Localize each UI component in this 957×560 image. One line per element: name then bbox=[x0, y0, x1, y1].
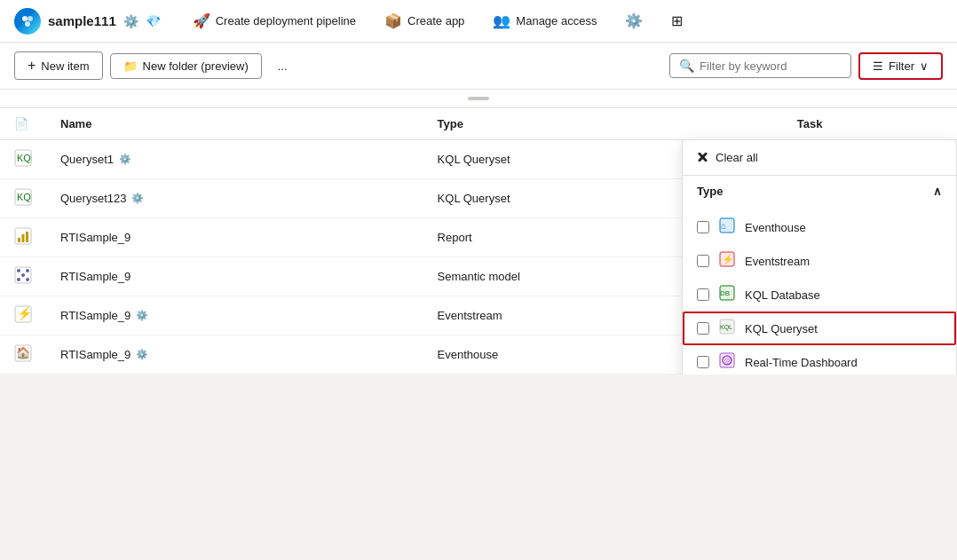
svg-text:◎: ◎ bbox=[724, 356, 732, 365]
toolbar: + New item 📁 New folder (preview) ... 🔍 … bbox=[0, 43, 957, 90]
filter-item-label-kql_queryset: KQL Queryset bbox=[745, 322, 818, 335]
svg-point-2 bbox=[25, 21, 30, 27]
plus-icon: + bbox=[28, 58, 36, 74]
workspace-name: sample111 bbox=[48, 13, 116, 28]
svg-point-14 bbox=[17, 278, 20, 281]
manage-access-button[interactable]: 👥 Manage access bbox=[482, 7, 607, 35]
filter-checkbox-kql_queryset[interactable] bbox=[697, 322, 709, 335]
svg-text:⌂: ⌂ bbox=[721, 221, 726, 231]
item-badge: ⚙️ bbox=[136, 310, 148, 321]
filter-checkbox-kql_database[interactable] bbox=[697, 288, 709, 301]
item-badge: ⚙️ bbox=[131, 193, 144, 204]
filter-item-icon-kql_database: DB bbox=[718, 285, 736, 304]
svg-text:KQL: KQL bbox=[720, 324, 732, 331]
top-nav: sample111 ⚙️ 💎 🚀 Create deployment pipel… bbox=[0, 0, 957, 43]
table-divider bbox=[0, 90, 957, 108]
filter-icon: ☰ bbox=[873, 59, 883, 73]
chevron-up-icon: ∧ bbox=[933, 185, 942, 198]
item-name-text: RTISample_9 bbox=[60, 309, 130, 322]
svg-rect-8 bbox=[18, 238, 20, 242]
svg-rect-10 bbox=[26, 232, 28, 242]
svg-point-12 bbox=[17, 269, 20, 272]
new-item-button[interactable]: + New item bbox=[14, 51, 103, 80]
item-name-text: Queryset1 bbox=[60, 153, 114, 166]
item-badge: ⚙️ bbox=[119, 154, 131, 165]
search-input[interactable] bbox=[700, 59, 842, 73]
main-content: 📄 Name Type Task KQL Queryset1 ⚙️ KQL Qu… bbox=[0, 90, 957, 375]
item-badge: ⚙️ bbox=[136, 349, 148, 360]
filter-type-items: ⌂ Eventhouse ⚡ Eventstream DB KQL Databa… bbox=[683, 207, 956, 375]
type-section-header[interactable]: Type ∧ bbox=[683, 176, 956, 207]
col-task: Task bbox=[783, 108, 957, 140]
col-icon: 📄 bbox=[0, 108, 46, 140]
col-type: Type bbox=[423, 108, 783, 140]
brand-icon bbox=[14, 8, 41, 35]
row-icon: KQL bbox=[0, 140, 46, 179]
svg-point-13 bbox=[26, 269, 29, 272]
svg-point-0 bbox=[22, 16, 28, 21]
row-icon: ⚡ bbox=[0, 296, 46, 335]
clear-all-label: Clear all bbox=[716, 151, 758, 164]
brand: sample111 ⚙️ 💎 bbox=[14, 8, 161, 35]
filter-item-icon-realtime_dashboard: ◎ bbox=[718, 352, 736, 372]
search-bar: 🔍 bbox=[669, 53, 851, 78]
gear-icon: ⚙️ bbox=[625, 12, 643, 29]
filter-checkbox-eventhouse[interactable] bbox=[697, 221, 709, 233]
filter-item-icon-eventstream: ⚡ bbox=[718, 251, 736, 271]
clear-all-button[interactable]: 🗙 Clear all bbox=[683, 140, 956, 176]
create-app-label: Create app bbox=[407, 14, 464, 28]
svg-point-16 bbox=[21, 273, 25, 277]
filter-item-kql_database[interactable]: DB KQL Database bbox=[683, 278, 956, 312]
new-folder-button[interactable]: 📁 New folder (preview) bbox=[110, 53, 262, 79]
windows-icon: ⊞ bbox=[671, 12, 683, 29]
filter-item-label-eventstream: Eventstream bbox=[745, 255, 810, 268]
filter-item-label-eventhouse: Eventhouse bbox=[745, 221, 806, 234]
col-name: Name bbox=[46, 108, 423, 140]
item-name-text: Queryset123 bbox=[60, 192, 126, 205]
more-button[interactable]: ... bbox=[269, 54, 297, 78]
item-name-text: RTISample_9 bbox=[60, 270, 130, 283]
svg-text:KQL: KQL bbox=[17, 192, 32, 202]
filter-checkbox-eventstream[interactable] bbox=[697, 255, 709, 267]
filter-item-kql_queryset[interactable]: KQL KQL Queryset bbox=[683, 312, 956, 345]
row-name: RTISample_9 bbox=[46, 257, 423, 296]
row-name: RTISample_9 ⚙️ bbox=[46, 296, 423, 335]
svg-text:⚡: ⚡ bbox=[17, 306, 32, 321]
filter-item-eventhouse[interactable]: ⌂ Eventhouse bbox=[683, 210, 956, 244]
create-app-button[interactable]: 📦 Create app bbox=[374, 7, 475, 35]
brand-badge1: ⚙️ bbox=[123, 14, 138, 28]
people-icon: 👥 bbox=[493, 12, 510, 29]
row-icon: KQL bbox=[0, 179, 46, 218]
create-deployment-button[interactable]: 🚀 Create deployment pipeline bbox=[182, 7, 367, 35]
svg-rect-9 bbox=[22, 234, 25, 242]
row-name: Queryset123 ⚙️ bbox=[46, 179, 423, 218]
new-folder-label: New folder (preview) bbox=[143, 59, 249, 73]
windows-button[interactable]: ⊞ bbox=[660, 7, 693, 35]
svg-text:🏠: 🏠 bbox=[16, 345, 31, 360]
settings-button[interactable]: ⚙️ bbox=[614, 7, 653, 35]
filter-dropdown: 🗙 Clear all Type ∧ ⌂ Eventhouse ⚡ Events… bbox=[682, 139, 957, 375]
file-icon: 📄 bbox=[14, 117, 28, 130]
row-name: RTISample_9 bbox=[46, 218, 423, 257]
app-icon: 📦 bbox=[384, 12, 402, 29]
brand-badge2: 💎 bbox=[146, 14, 161, 28]
row-name: Queryset1 ⚙️ bbox=[46, 140, 423, 179]
filter-item-label-realtime_dashboard: Real-Time Dashboard bbox=[745, 356, 858, 369]
svg-point-15 bbox=[26, 278, 29, 281]
filter-button[interactable]: ☰ Filter ∨ bbox=[858, 52, 943, 80]
table-header-row: 📄 Name Type Task bbox=[0, 108, 957, 140]
svg-text:KQL: KQL bbox=[17, 153, 32, 163]
filter-item-realtime_dashboard[interactable]: ◎ Real-Time Dashboard bbox=[683, 345, 956, 375]
new-item-label: New item bbox=[41, 59, 89, 73]
filter-item-label-kql_database: KQL Database bbox=[745, 288, 820, 302]
manage-access-label: Manage access bbox=[516, 14, 597, 28]
svg-text:⚡: ⚡ bbox=[722, 253, 734, 265]
filter-item-eventstream[interactable]: ⚡ Eventstream bbox=[683, 244, 956, 278]
row-icon bbox=[0, 218, 46, 257]
filter-checkbox-realtime_dashboard[interactable] bbox=[697, 356, 709, 368]
filter-item-icon-kql_queryset: KQL bbox=[718, 319, 736, 338]
chevron-down-icon: ∨ bbox=[920, 59, 929, 73]
row-icon bbox=[0, 257, 46, 296]
row-icon: 🏠 bbox=[0, 335, 46, 375]
type-section-label: Type bbox=[697, 185, 723, 198]
